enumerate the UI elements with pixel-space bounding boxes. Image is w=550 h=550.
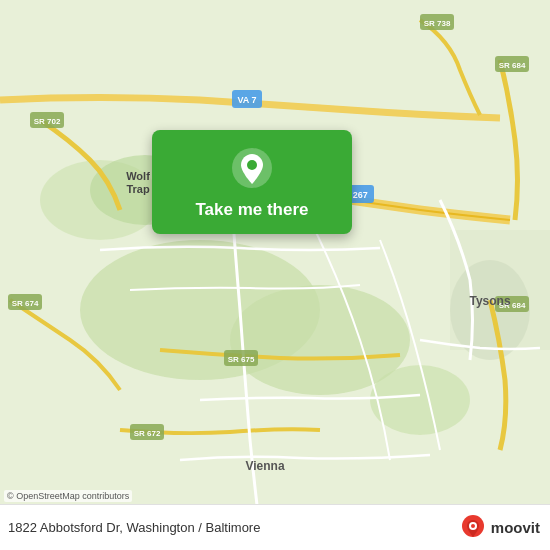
bottom-info-bar: 1822 Abbotsford Dr, Washington / Baltimo…: [0, 504, 550, 550]
svg-text:SR 674: SR 674: [12, 299, 39, 308]
location-pin-icon: [230, 146, 274, 190]
moovit-icon: [459, 514, 487, 542]
svg-text:SR 672: SR 672: [134, 429, 161, 438]
moovit-brand-text: moovit: [491, 519, 540, 536]
svg-text:Wolf: Wolf: [126, 170, 150, 182]
svg-point-35: [471, 524, 475, 528]
svg-text:SR 675: SR 675: [228, 355, 255, 364]
svg-point-32: [247, 160, 257, 170]
svg-text:Vienna: Vienna: [245, 459, 284, 473]
map-container: VA 7 A 267 SR 702 SR 738 SR 684 SR 684 S…: [0, 0, 550, 550]
map-attribution: © OpenStreetMap contributors: [4, 490, 132, 502]
svg-point-4: [370, 365, 470, 435]
address-label: 1822 Abbotsford Dr, Washington / Baltimo…: [8, 520, 260, 535]
svg-text:Trap: Trap: [126, 183, 150, 195]
svg-text:Tysons: Tysons: [469, 294, 510, 308]
take-me-there-popup[interactable]: Take me there: [152, 130, 352, 234]
svg-text:SR 738: SR 738: [424, 19, 451, 28]
svg-text:SR 702: SR 702: [34, 117, 61, 126]
map-background: VA 7 A 267 SR 702 SR 738 SR 684 SR 684 S…: [0, 0, 550, 550]
svg-text:SR 684: SR 684: [499, 61, 526, 70]
take-me-there-label: Take me there: [195, 200, 308, 220]
svg-text:VA 7: VA 7: [237, 95, 256, 105]
moovit-logo: moovit: [459, 514, 540, 542]
